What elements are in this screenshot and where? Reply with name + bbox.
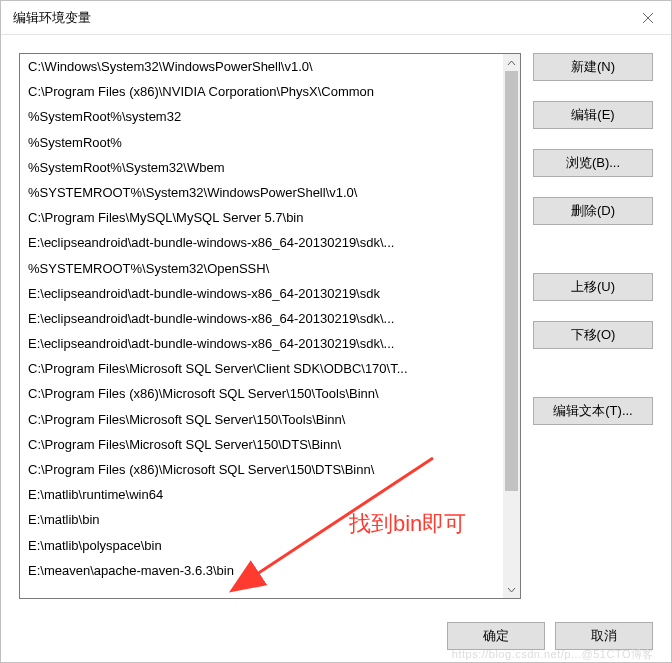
scroll-thumb[interactable]	[505, 71, 518, 491]
watermark: https://blog.csdn.net/p...@51CTO博客	[452, 647, 654, 662]
edit-button[interactable]: 编辑(E)	[533, 101, 653, 129]
scroll-up-button[interactable]	[503, 54, 520, 71]
path-list-item[interactable]: %SystemRoot%	[20, 130, 503, 155]
new-button[interactable]: 新建(N)	[533, 53, 653, 81]
path-list-item[interactable]: C:\Program Files (x86)\Microsoft SQL Ser…	[20, 457, 503, 482]
close-button[interactable]	[625, 1, 671, 35]
cancel-button[interactable]: 取消	[555, 622, 653, 650]
move-down-button[interactable]: 下移(O)	[533, 321, 653, 349]
scroll-down-button[interactable]	[503, 581, 520, 598]
move-up-button[interactable]: 上移(U)	[533, 273, 653, 301]
path-list[interactable]: C:\Windows\System32\WindowsPowerShell\v1…	[19, 53, 521, 599]
env-var-dialog: 编辑环境变量 C:\Windows\System32\WindowsPowerS…	[0, 0, 672, 663]
close-icon	[642, 12, 654, 24]
path-list-item[interactable]: C:\Program Files\Microsoft SQL Server\15…	[20, 407, 503, 432]
path-list-item[interactable]: %SystemRoot%\system32	[20, 104, 503, 129]
path-list-item[interactable]: C:\Program Files (x86)\NVIDIA Corporatio…	[20, 79, 503, 104]
path-list-item[interactable]: E:\matlib\bin	[20, 507, 503, 532]
dialog-body: C:\Windows\System32\WindowsPowerShell\v1…	[1, 35, 671, 608]
path-list-item[interactable]: E:\eclipseandroid\adt-bundle-windows-x86…	[20, 306, 503, 331]
scrollbar[interactable]	[503, 54, 520, 598]
path-list-item[interactable]: %SYSTEMROOT%\System32\OpenSSH\	[20, 256, 503, 281]
path-list-item[interactable]: E:\eclipseandroid\adt-bundle-windows-x86…	[20, 230, 503, 255]
path-list-item[interactable]: C:\Program Files (x86)\Microsoft SQL Ser…	[20, 381, 503, 406]
button-column: 新建(N) 编辑(E) 浏览(B)... 删除(D) 上移(U) 下移(O) 编…	[533, 53, 653, 608]
path-list-item[interactable]: E:\eclipseandroid\adt-bundle-windows-x86…	[20, 281, 503, 306]
path-list-item[interactable]: C:\Windows\System32\WindowsPowerShell\v1…	[20, 54, 503, 79]
edit-text-button[interactable]: 编辑文本(T)...	[533, 397, 653, 425]
chevron-down-icon	[507, 587, 516, 593]
chevron-up-icon	[507, 60, 516, 66]
delete-button[interactable]: 删除(D)	[533, 197, 653, 225]
path-list-item[interactable]: C:\Program Files\Microsoft SQL Server\Cl…	[20, 356, 503, 381]
path-list-item[interactable]: C:\Program Files\Microsoft SQL Server\15…	[20, 432, 503, 457]
dialog-title: 编辑环境变量	[13, 9, 91, 27]
path-list-item[interactable]: C:\Program Files\MySQL\MySQL Server 5.7\…	[20, 205, 503, 230]
path-list-item[interactable]: E:\meaven\apache-maven-3.6.3\bin	[20, 558, 503, 583]
title-bar: 编辑环境变量	[1, 1, 671, 35]
path-list-item[interactable]: E:\matlib\runtime\win64	[20, 482, 503, 507]
path-list-item[interactable]: %SYSTEMROOT%\System32\WindowsPowerShell\…	[20, 180, 503, 205]
path-list-item[interactable]: E:\matlib\polyspace\bin	[20, 533, 503, 558]
path-list-item[interactable]: E:\eclipseandroid\adt-bundle-windows-x86…	[20, 331, 503, 356]
browse-button[interactable]: 浏览(B)...	[533, 149, 653, 177]
ok-button[interactable]: 确定	[447, 622, 545, 650]
path-list-item[interactable]: %SystemRoot%\System32\Wbem	[20, 155, 503, 180]
